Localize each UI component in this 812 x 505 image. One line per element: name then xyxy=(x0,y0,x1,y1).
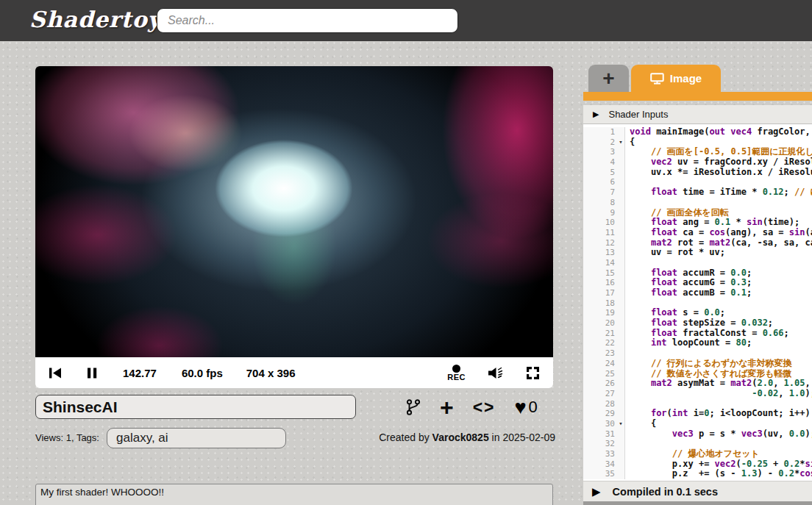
code-line: 14 xyxy=(583,258,812,268)
compile-status-bar[interactable]: ▶ Compiled in 0.1 secs xyxy=(583,481,812,501)
search-input[interactable] xyxy=(157,8,458,33)
fps-readout: 60.0 fps xyxy=(182,367,223,379)
gutter-spacer xyxy=(617,238,625,248)
like-button[interactable]: ♥ 0 xyxy=(515,398,538,418)
publish-date: 2025-02-09 xyxy=(502,431,555,443)
shader-title-input[interactable] xyxy=(35,395,356,419)
line-number: 23 xyxy=(583,348,617,359)
shadertoy-logo[interactable]: Shadertoy xyxy=(29,7,161,32)
player-bar: 142.77 60.0 fps 704 x 396 REC xyxy=(35,357,553,388)
like-count: 0 xyxy=(529,398,538,417)
fold-toggle-icon[interactable]: ▾ xyxy=(617,419,625,429)
line-number: 5 xyxy=(583,168,617,178)
monitor-icon xyxy=(650,73,664,85)
line-number: 12 xyxy=(583,238,617,248)
line-number: 14 xyxy=(583,258,617,268)
gutter-spacer xyxy=(617,329,625,339)
shader-canvas[interactable] xyxy=(35,66,553,357)
line-number: 34 xyxy=(583,459,617,470)
code-line: 10 float ang = 0.1 * sin(time); xyxy=(583,218,812,228)
line-number: 26 xyxy=(583,379,617,389)
line-number: 13 xyxy=(583,248,617,258)
code-line: 30▾ { xyxy=(583,419,812,429)
code-line: 19 float s = 0.0; xyxy=(583,308,812,318)
shader-inputs-toggle[interactable]: ▶ Shader Inputs xyxy=(583,105,812,124)
code-line: 31 vec3 p = s * vec3(uv, 0.0); xyxy=(583,429,812,440)
line-number: 33 xyxy=(583,449,617,459)
gutter-spacer xyxy=(617,308,625,318)
gutter-spacer xyxy=(617,278,625,288)
code-line: 7 float time = iTime * 0.12; // ゆっくり進行 xyxy=(583,187,812,198)
line-number: 22 xyxy=(583,338,617,348)
rewind-button[interactable] xyxy=(49,367,63,379)
code-editor[interactable]: 1void mainImage(out vec4 fragColor, in v… xyxy=(583,124,812,481)
gutter-spacer xyxy=(617,399,625,409)
tab-image[interactable]: Image xyxy=(631,65,721,92)
code-line: 5 uv.x *= iResolution.x / iResolution.y; xyxy=(583,168,812,178)
code-line: 29 for(int i=0; i<loopCount; i++) xyxy=(583,409,812,419)
line-number: 9 xyxy=(583,208,617,218)
gutter-spacer xyxy=(617,469,625,479)
collapsed-arrow-icon: ▶ xyxy=(593,110,599,119)
author-name[interactable]: Varock0825 xyxy=(432,431,489,443)
gutter-spacer xyxy=(617,429,625,440)
description-textarea[interactable]: My first shader! WHOOOO!! xyxy=(35,484,553,505)
tags-input[interactable] xyxy=(107,428,286,448)
embed-code-button[interactable]: <> xyxy=(473,399,496,416)
code-line: 15 float accumR = 0.0; xyxy=(583,268,812,279)
byline-prefix: Created by xyxy=(379,431,432,443)
resolution-readout: 704 x 396 xyxy=(246,367,296,379)
code-line: 17 float accumB = 0.1; xyxy=(583,288,812,298)
volume-icon xyxy=(488,366,505,380)
pause-button[interactable] xyxy=(87,367,98,379)
line-number: 8 xyxy=(583,198,617,208)
byline-mid: in xyxy=(489,431,503,443)
line-number: 4 xyxy=(583,157,617,168)
views-tags-label: Views: 1, Tags: xyxy=(35,432,99,443)
code-line: 13 uv = rot * uv; xyxy=(583,248,812,258)
gutter-spacer xyxy=(617,177,625,187)
line-number: 30 xyxy=(583,419,617,429)
gutter-spacer xyxy=(617,409,625,419)
gutter-spacer xyxy=(617,348,625,359)
gutter-spacer xyxy=(617,147,625,157)
code-line: 32 xyxy=(583,439,812,449)
fullscreen-icon xyxy=(526,366,540,380)
record-button[interactable]: REC xyxy=(447,365,466,382)
gutter-spacer xyxy=(617,338,625,348)
compile-status-text: Compiled in 0.1 secs xyxy=(613,486,718,498)
line-number: 10 xyxy=(583,218,617,228)
fold-toggle-icon[interactable]: ▾ xyxy=(617,137,625,148)
gutter-spacer xyxy=(617,389,625,399)
gutter-spacer xyxy=(617,248,625,258)
volume-button[interactable] xyxy=(488,366,505,380)
line-number: 21 xyxy=(583,329,617,339)
line-number: 29 xyxy=(583,409,617,419)
code-line: 11 float ca = cos(ang), sa = sin(ang); xyxy=(583,228,812,238)
shader-inputs-label: Shader Inputs xyxy=(608,109,668,120)
code-line: 24 // 行列によるわずかな非対称変換 xyxy=(583,359,812,369)
fullscreen-button[interactable] xyxy=(526,366,540,380)
gutter-spacer xyxy=(617,208,625,218)
line-number: 2 xyxy=(583,137,617,148)
byline: Created by Varock0825 in 2025-02-09 xyxy=(294,431,555,443)
code-line: 28 xyxy=(583,399,812,409)
add-shader-button[interactable]: + xyxy=(440,395,454,419)
code-brackets-icon: <> xyxy=(473,399,496,416)
code-line: 22 int loopCount = 80; xyxy=(583,338,812,348)
top-navbar: Shadertoy xyxy=(0,0,812,41)
line-number: 18 xyxy=(583,298,617,309)
gutter-spacer xyxy=(617,459,625,470)
code-line: 27 -0.02, 1.0); xyxy=(583,389,812,399)
shader-render-output xyxy=(35,66,553,357)
code-line: 16 float accumG = 0.3; xyxy=(583,278,812,288)
gutter-spacer xyxy=(617,168,625,178)
add-pass-tab[interactable]: + xyxy=(588,65,629,92)
line-number: 19 xyxy=(583,308,617,318)
line-number: 35 xyxy=(583,469,617,479)
code-line: 34 p.xy += vec2(-0.25 + 0.2*sin(time), 0… xyxy=(583,459,812,470)
shader-actions: + <> ♥ 0 xyxy=(406,393,555,422)
fork-button[interactable] xyxy=(406,399,421,415)
code-line: 3 // 画面を[-0.5, 0.5]範囲に正規化し、アスペクト比を補正 xyxy=(583,147,812,157)
status-arrow-icon: ▶ xyxy=(592,485,601,498)
